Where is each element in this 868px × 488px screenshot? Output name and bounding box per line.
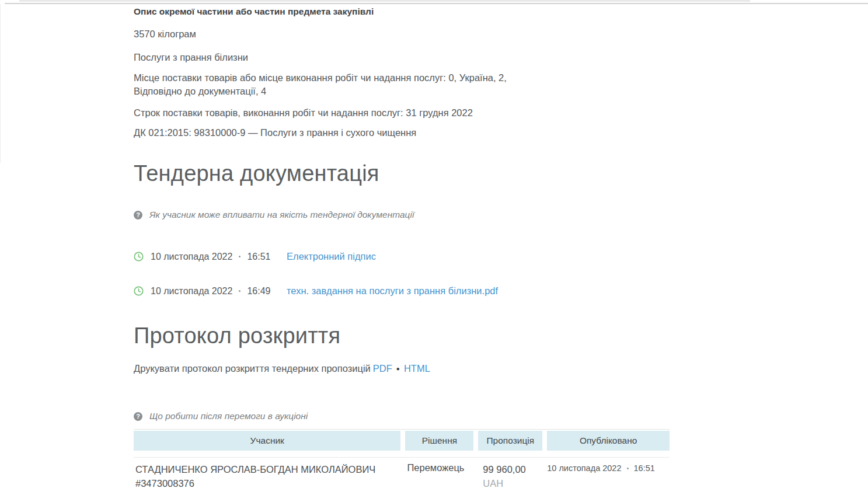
decision-cell: Переможець: [405, 462, 473, 488]
document-link[interactable]: техн. завдання на послуги з прання білиз…: [287, 285, 498, 297]
print-protocol-text: Друкувати протокол розкриття тендерних п…: [134, 363, 371, 374]
lot-quantity: 3570 кілограм: [134, 28, 196, 40]
tender-docs-hint-link[interactable]: Як учасник може впливати на якість тенде…: [149, 210, 414, 220]
question-glyph: ?: [136, 211, 140, 219]
document-row: 10 листопада 2022 16:51 Електронний підп…: [134, 251, 376, 262]
published-cell: 10 листопада 2022 16:51: [547, 462, 670, 473]
dot-separator-icon: [239, 256, 240, 257]
document-link[interactable]: Електронний підпис: [287, 251, 376, 262]
lot-description-title: Опис окремої частини або частин предмета…: [134, 6, 374, 18]
document-row: 10 листопада 2022 16:49 техн. завдання н…: [134, 285, 498, 297]
column-header-participant: Учасник: [134, 431, 400, 451]
lot-delivery-place: Місце поставки товарів або місце виконан…: [134, 71, 507, 97]
browser-chrome-band: [19, 0, 750, 2]
published-date: 10 листопада 2022: [547, 463, 621, 473]
browser-chrome-divider: [5, 3, 868, 4]
document-time: 16:49: [247, 286, 270, 297]
document-datetime: 10 листопада 2022 16:51: [151, 252, 287, 262]
column-header-published: Опубліковано: [547, 431, 670, 451]
qualification-table-header: Учасник Рішення Пропозиція Опубліковано: [134, 431, 670, 451]
participant-id: #3473008376: [135, 476, 400, 488]
print-protocol-line: Друкувати протокол розкриття тендерних п…: [134, 363, 430, 374]
participant-cell: СТАДНИЧЕНКО ЯРОСЛАВ-БОГДАН МИКОЛАЙОВИЧ #…: [134, 462, 400, 488]
bullet-separator-icon: ●: [396, 365, 400, 372]
published-time: 16:51: [634, 463, 655, 473]
document-date: 10 листопада 2022: [151, 252, 232, 262]
lot-delivery-place-line2: Відповідно до документації, 4: [134, 86, 266, 96]
window-left-edge: [0, 4, 1, 163]
tender-docs-heading: Тендерна документація: [134, 160, 379, 187]
disclosure-protocol-heading: Протокол розкриття: [134, 322, 340, 349]
column-header-proposal: Пропозиція: [478, 431, 542, 451]
column-header-decision: Рішення: [405, 431, 473, 451]
question-circle-icon[interactable]: ?: [134, 412, 142, 421]
print-html-link[interactable]: HTML: [404, 363, 430, 374]
qualification-table: Учасник Рішення Пропозиція Опубліковано …: [134, 429, 670, 488]
lot-delivery-term: Строк поставки товарів, виконання робіт …: [134, 107, 473, 118]
disclosure-hint: ? Що робити після перемоги в аукціоні: [134, 411, 308, 421]
document-datetime: 10 листопада 2022 16:49: [151, 286, 287, 297]
dot-separator-icon: [239, 290, 240, 292]
document-time: 16:51: [247, 252, 270, 262]
lot-delivery-place-line1: Місце поставки товарів або місце виконан…: [134, 72, 507, 83]
lot-item-name: Послуги з прання білизни: [134, 51, 248, 63]
tender-docs-hint: ? Як учасник може впливати на якість тен…: [134, 210, 414, 220]
proposal-cell: 99 960,00 UAH: [478, 462, 542, 488]
proposal-currency: UAH: [483, 476, 542, 488]
print-pdf-link[interactable]: PDF: [373, 363, 392, 374]
proposal-amount: 99 960,00: [483, 462, 542, 476]
question-circle-icon[interactable]: ?: [134, 211, 142, 219]
document-date: 10 листопада 2022: [151, 286, 232, 297]
table-row: СТАДНИЧЕНКО ЯРОСЛАВ-БОГДАН МИКОЛАЙОВИЧ #…: [134, 457, 670, 488]
lot-cpv-classification: ДК 021:2015: 98310000-9 — Послуги з пран…: [134, 127, 416, 138]
dot-separator-icon: [627, 468, 629, 469]
clock-icon: [134, 252, 144, 262]
question-glyph: ?: [136, 412, 140, 421]
participant-name: СТАДНИЧЕНКО ЯРОСЛАВ-БОГДАН МИКОЛАЙОВИЧ: [135, 462, 400, 476]
disclosure-hint-link[interactable]: Що робити після перемоги в аукціоні: [149, 411, 308, 421]
clock-icon: [134, 286, 144, 296]
